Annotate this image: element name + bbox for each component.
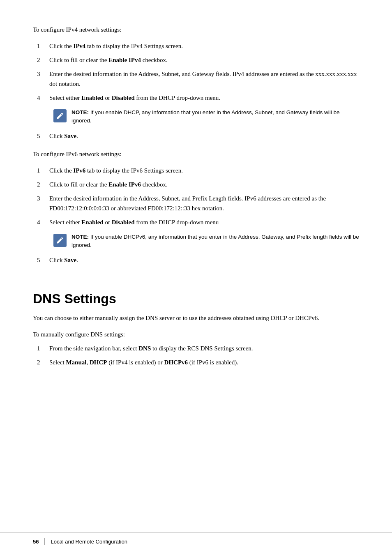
step-number: 2 bbox=[33, 357, 49, 367]
dns-intro2: To manually configure DNS settings: bbox=[33, 329, 359, 339]
spacer bbox=[33, 273, 359, 276]
list-item: 4 Select either Enabled or Disabled from… bbox=[33, 93, 359, 103]
list-item: 4 Select either Enabled or Disabled from… bbox=[33, 217, 359, 227]
step-content: Select Manual, DHCP (if IPv4 is enabled)… bbox=[49, 357, 359, 367]
note-ipv6-text: NOTE: If you enable DHCPv6, any informat… bbox=[71, 233, 359, 250]
page-footer: 56 Local and Remote Configuration bbox=[0, 532, 392, 545]
list-item: 1 Click the IPv4 tab to display the IPv4… bbox=[33, 41, 359, 51]
step-content: Select either Enabled or Disabled from t… bbox=[49, 217, 359, 227]
step-number: 2 bbox=[33, 55, 49, 65]
footer-page-number: 56 bbox=[33, 539, 39, 545]
list-item: 5 Click Save. bbox=[33, 131, 359, 141]
step-number: 2 bbox=[33, 180, 49, 189]
list-item: 2 Select Manual, DHCP (if IPv4 is enable… bbox=[33, 357, 359, 367]
note-label: NOTE: bbox=[71, 109, 89, 115]
note-icon bbox=[53, 234, 67, 247]
ipv4-intro: To configure IPv4 network settings: bbox=[33, 25, 359, 35]
step-content: Click the IPv4 tab to display the IPv4 S… bbox=[49, 41, 359, 51]
dns-intro1: You can choose to either manually assign… bbox=[33, 313, 359, 323]
note-ipv6: NOTE: If you enable DHCPv6, any informat… bbox=[53, 233, 359, 250]
ipv4-step5-list: 5 Click Save. bbox=[33, 131, 359, 141]
step-number: 1 bbox=[33, 343, 49, 353]
step-content: Click to fill or clear the Enable IPv4 c… bbox=[49, 55, 359, 65]
list-item: 5 Click Save. bbox=[33, 255, 359, 265]
note-ipv4-text: NOTE: If you enable DHCP, any informatio… bbox=[71, 108, 359, 125]
footer-separator bbox=[44, 538, 45, 545]
step-number: 1 bbox=[33, 41, 49, 51]
step-content: From the side navigation bar, select DNS… bbox=[49, 343, 359, 353]
list-item: 3 Enter the desired information in the A… bbox=[33, 193, 359, 213]
step-content: Select either Enabled or Disabled from t… bbox=[49, 93, 359, 103]
step-content: Click to fill or clear the Enable IPv6 c… bbox=[49, 180, 359, 189]
list-item: 3 Enter the desired information in the A… bbox=[33, 69, 359, 89]
footer-title: Local and Remote Configuration bbox=[51, 539, 127, 545]
step-content: Click Save. bbox=[49, 131, 359, 141]
step-number: 4 bbox=[33, 217, 49, 227]
ipv6-step5-list: 5 Click Save. bbox=[33, 255, 359, 265]
spacer bbox=[33, 146, 359, 149]
ipv4-steps-list: 1 Click the IPv4 tab to display the IPv4… bbox=[33, 41, 359, 103]
list-item: 1 Click the IPv6 tab to display the IPv6… bbox=[33, 166, 359, 175]
dns-heading: DNS Settings bbox=[33, 291, 359, 306]
spacer bbox=[33, 270, 359, 273]
step-content: Enter the desired information in the Add… bbox=[49, 193, 359, 213]
step-number: 3 bbox=[33, 69, 49, 79]
page-container: To configure IPv4 network settings: 1 Cl… bbox=[0, 0, 392, 405]
step-number: 3 bbox=[33, 193, 49, 203]
step-number: 5 bbox=[33, 131, 49, 141]
step-number: 1 bbox=[33, 166, 49, 175]
step-number: 5 bbox=[33, 255, 49, 265]
step-number: 4 bbox=[33, 93, 49, 103]
step-content: Enter the desired information in the Add… bbox=[49, 69, 359, 89]
note-label: NOTE: bbox=[71, 234, 89, 240]
ipv6-intro: To configure IPv6 network settings: bbox=[33, 149, 359, 159]
pencil-icon bbox=[56, 236, 64, 244]
note-icon bbox=[53, 109, 67, 122]
ipv6-steps-list: 1 Click the IPv6 tab to display the IPv6… bbox=[33, 166, 359, 227]
list-item: 1 From the side navigation bar, select D… bbox=[33, 343, 359, 353]
list-item: 2 Click to fill or clear the Enable IPv6… bbox=[33, 180, 359, 189]
note-ipv4: NOTE: If you enable DHCP, any informatio… bbox=[53, 108, 359, 125]
step-content: Click the IPv6 tab to display the IPv6 S… bbox=[49, 166, 359, 175]
step-content: Click Save. bbox=[49, 255, 359, 265]
dns-steps-list: 1 From the side navigation bar, select D… bbox=[33, 343, 359, 367]
pencil-icon bbox=[56, 112, 64, 120]
list-item: 2 Click to fill or clear the Enable IPv4… bbox=[33, 55, 359, 65]
